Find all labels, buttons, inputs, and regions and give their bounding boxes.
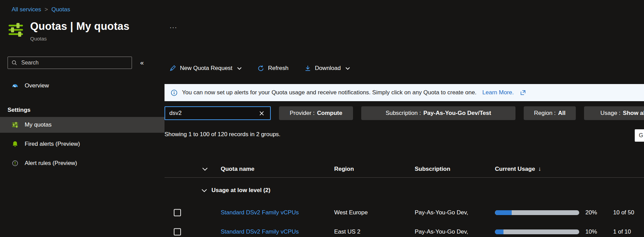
table-row[interactable]: Standard DSv2 Family vCPUs West Europe P… [165, 203, 644, 222]
column-region: Region [334, 166, 415, 173]
breadcrumb: All services>Quotas [0, 0, 644, 13]
filter-pill-value: Show all [623, 110, 644, 117]
row-subscription-cell: Pay-As-You-Go Dev, [415, 228, 495, 235]
filter-pill-provider[interactable]: Provider : Compute [279, 106, 353, 120]
page-title: Quotas | My quotas [30, 20, 130, 33]
page-header: Quotas | My quotas Quotas [8, 20, 644, 42]
title-text: Quotas | My quotas Quotas [30, 20, 130, 42]
download-icon [304, 65, 311, 72]
quota-name-link[interactable]: Standard DSv2 Family vCPUs [221, 209, 299, 216]
row-checkbox[interactable] [174, 228, 181, 236]
group-label: Usage at low level (2) [211, 187, 270, 194]
table-group-row[interactable]: Usage at low level (2) [165, 178, 644, 203]
usage-progress-bar [495, 229, 579, 234]
sidebar-item-alert-rules[interactable]: Alert rules (Preview) [0, 155, 165, 171]
info-icon [171, 89, 178, 96]
quota-filter-search-box[interactable] [165, 106, 271, 120]
sidebar-item-my-quotas[interactable]: My quotas [0, 117, 165, 133]
refresh-icon [257, 65, 264, 72]
usage-progress-fill [495, 210, 512, 215]
sidebar-item-label: Alert rules (Preview) [25, 160, 77, 167]
page-subtitle: Quotas [30, 36, 130, 42]
learn-more-link[interactable]: Learn More. [482, 89, 514, 96]
row-usage-cell [495, 229, 585, 234]
results-summary: Showing 1 to 100 of 120 records in 2 gro… [165, 131, 644, 139]
clear-search-icon[interactable] [257, 111, 266, 116]
usage-progress-bar [495, 210, 579, 215]
collapse-all-chevron-icon[interactable] [202, 167, 208, 171]
column-quota-name: Quota name [221, 166, 334, 173]
row-checkbox[interactable] [174, 209, 181, 216]
download-button[interactable]: Download [304, 65, 350, 72]
main-panel: New Quota Request Refresh [165, 46, 644, 237]
row-quota-name-cell: Standard DSv2 Family vCPUs [221, 209, 334, 216]
alert-rules-icon [12, 160, 19, 167]
refresh-button[interactable]: Refresh [257, 65, 289, 72]
fired-alerts-bell-icon [12, 141, 19, 147]
sidebar-search-box[interactable] [8, 57, 132, 69]
sidebar-item-overview[interactable]: Overview [0, 78, 165, 94]
quotas-sliders-icon [8, 22, 24, 38]
row-usage-detail: 1 of 10 [613, 228, 644, 235]
my-quotas-sliders-icon [12, 121, 19, 128]
sidebar-search-input[interactable] [21, 60, 128, 66]
table-row[interactable]: Standard DSv2 Family vCPUs East US 2 Pay… [165, 222, 644, 237]
usage-progress-fill [495, 229, 503, 234]
group-collapse-chevron-icon[interactable] [202, 189, 207, 192]
sidebar-item-label: Fired alerts (Preview) [25, 141, 80, 147]
row-select-cell [165, 203, 221, 222]
banner-message: You can now set up alerts for your Quota… [182, 89, 476, 96]
quota-name-link[interactable]: Standard DSv2 Family vCPUs [221, 228, 299, 235]
column-subscription: Subscription [415, 166, 495, 173]
filter-pill-key: Usage : [600, 110, 621, 117]
row-select-cell [165, 222, 221, 237]
sidebar-item-label: My quotas [25, 121, 51, 128]
filter-pill-subscription[interactable]: Subscription : Pay-As-You-Go Dev/Test [361, 106, 515, 120]
row-usage-detail: 10 of 50 [613, 209, 644, 216]
column-label: Current Usage [495, 166, 535, 173]
header-select-cell [165, 161, 221, 177]
sidebar: « Overview Settings [0, 46, 165, 237]
sidebar-search-row: « [8, 57, 160, 69]
breadcrumb-quotas[interactable]: Quotas [51, 6, 70, 13]
filter-pill-value: All [558, 110, 566, 117]
sort-descending-icon: ↓ [538, 166, 541, 173]
pencil-icon [169, 65, 176, 72]
toolbar-label: Refresh [268, 65, 289, 72]
command-bar: New Quota Request Refresh [169, 62, 644, 74]
row-usage-cell [495, 210, 585, 215]
row-usage-percent: 10% [585, 228, 613, 235]
sidebar-collapse-button[interactable]: « [140, 59, 144, 67]
filter-pill-value: Compute [317, 110, 342, 117]
content: « Overview Settings [0, 46, 644, 237]
column-current-usage[interactable]: Current Usage ↓ [495, 166, 585, 173]
filter-bar: Provider : Compute Subscription : Pay-As… [165, 106, 644, 120]
more-options-button[interactable]: ... [170, 22, 178, 30]
sidebar-section-settings: Settings [8, 107, 165, 114]
filter-pill-key: Region : [534, 110, 556, 117]
filter-pill-key: Subscription : [386, 110, 421, 117]
filter-pill-value: Pay-As-You-Go Dev/Test [423, 110, 491, 117]
group-by-button[interactable]: G [635, 129, 644, 142]
chevron-down-icon [237, 67, 242, 70]
breadcrumb-all-services[interactable]: All services [12, 6, 41, 13]
toolbar-label: New Quota Request [180, 65, 232, 72]
chevron-down-icon [345, 67, 350, 70]
row-usage-percent: 20% [585, 209, 613, 216]
sidebar-item-label: Overview [25, 82, 49, 89]
toolbar-label: Download [315, 65, 341, 72]
quota-filter-search-input[interactable] [169, 110, 257, 117]
info-banner: You can now set up alerts for your Quota… [165, 84, 644, 101]
external-link-icon [520, 90, 526, 95]
row-subscription-cell: Pay-As-You-Go Dev, [415, 209, 495, 216]
azure-quotas-page: All services>Quotas Quotas | My quotas Q… [0, 0, 644, 237]
sidebar-item-fired-alerts[interactable]: Fired alerts (Preview) [0, 136, 165, 152]
filter-pill-key: Provider : [290, 110, 315, 117]
filter-pill-usage[interactable]: Usage : Show all [584, 106, 644, 120]
filter-pill-region[interactable]: Region : All [524, 106, 576, 120]
row-quota-name-cell: Standard DSv2 Family vCPUs [221, 228, 334, 235]
row-region-cell: West Europe [334, 209, 415, 216]
table-header: Quota name Region Subscription Current U… [165, 161, 644, 178]
new-quota-request-button[interactable]: New Quota Request [169, 65, 242, 72]
overview-gauge-icon [12, 82, 19, 89]
